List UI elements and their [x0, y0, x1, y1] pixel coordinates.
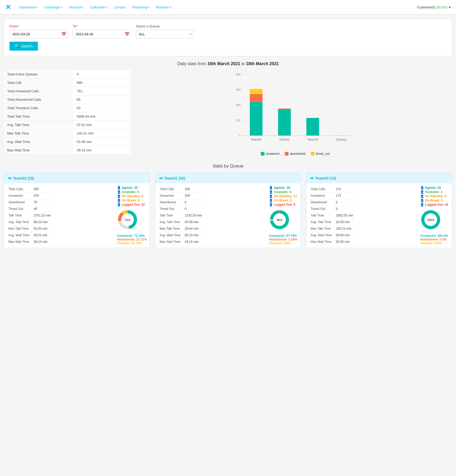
legend-item: answered: [261, 152, 280, 156]
agent-status-line: 👤 Available: 0: [269, 190, 291, 194]
main-content: Daily stats from 16th March 2021 to 18th…: [0, 61, 456, 256]
queue-card: ➡ Team02 (15)Total Calls456Answered329Ab…: [4, 173, 150, 248]
chevron-down-icon: ▾: [170, 6, 171, 9]
queue-card-body: Total Calls173Answered173Abandoned0Timed…: [306, 183, 452, 248]
nav-dashboard[interactable]: Dashboard ▾: [16, 5, 41, 9]
table-row: Abandoned78: [7, 199, 52, 206]
svg-text:150: 150: [236, 119, 241, 122]
table-row: Avg. Talk Time07:52 min: [4, 121, 130, 129]
donut-chart: 72%: [117, 209, 138, 230]
stats-title: Daily stats from 16th March 2021 to 18th…: [4, 61, 452, 66]
nav-inbound[interactable]: Inbound ▾: [66, 5, 86, 9]
queue-card: ➡ Team01 (18)Total Calls265Answered259Ab…: [155, 173, 301, 248]
chevron-down-icon: ▾: [188, 32, 194, 36]
queue-card-header: ➡ Team03 (16): [306, 173, 452, 183]
table-row: Total Timedout Calls50: [4, 104, 130, 112]
table-row: Talk Time2761:10 min: [7, 212, 52, 219]
username-label: Customer01: [417, 5, 436, 9]
search-button[interactable]: 🔍 Search: [9, 42, 38, 51]
table-row: Total Talk Time5995:44 min: [4, 112, 130, 121]
user-chevron-icon: ▾: [449, 5, 451, 9]
pct-labels: Answered: 100.0%Abandoned: 0.0%Timeout: …: [420, 234, 448, 245]
table-row: Max Wait Time39:15 min: [7, 239, 52, 245]
legend-color: [311, 152, 315, 156]
logo-icon[interactable]: ✕: [5, 3, 11, 11]
svg-text:98%: 98%: [277, 218, 282, 222]
table-row: Abandoned0: [309, 199, 355, 206]
abandoned-pct-label: Abandoned: 17.11%: [117, 238, 147, 241]
from-input[interactable]: [10, 30, 59, 38]
table-row: Max Wait Time19:15 min: [158, 239, 204, 245]
table-row: Max Talk Time100:21 min: [4, 129, 130, 138]
pct-labels: Answered: 97.74%Abandoned: 2.26%Timeout:…: [269, 234, 297, 245]
table-row: Answered173: [309, 193, 355, 199]
table-row: Talk Time1332:29 min: [158, 212, 204, 219]
summary-chart-row: Total Active Queues4Total Call896Total A…: [4, 70, 452, 156]
table-row: Total Call896: [4, 79, 130, 87]
queue-card-header: ➡ Team01 (18): [155, 173, 301, 183]
nav-modules[interactable]: Modules ▾: [153, 5, 174, 9]
chevron-down-icon: ▾: [106, 6, 107, 9]
to-input[interactable]: [73, 30, 122, 38]
svg-text:300: 300: [236, 103, 241, 107]
agent-status-line: 👤 On Standby: 11: [269, 194, 297, 198]
queue-stats-table: Total Calls456Answered329Abandoned78Time…: [7, 186, 52, 245]
calendar-icon[interactable]: 📅: [122, 32, 132, 37]
to-label: To*: [73, 24, 131, 28]
bar-chart: 0150300450600Team02Team01Team03Training: [138, 70, 452, 149]
svg-text:450: 450: [236, 88, 241, 91]
svg-text:72%: 72%: [125, 218, 130, 222]
table-row: Max Wait Time00:50 min: [309, 239, 355, 245]
table-row: Talk Time1902:05 min: [309, 212, 355, 219]
queue-select[interactable]: ALL: [136, 30, 188, 38]
table-row: Total Abandoned Calls85: [4, 95, 130, 104]
table-row: Max Talk Time29:44 min: [158, 225, 204, 232]
queue-card-body: Total Calls456Answered329Abandoned78Time…: [4, 183, 150, 248]
abandoned-pct-label: Abandoned: 2.26%: [269, 238, 297, 241]
answered-pct-label: Answered: 100.0%: [420, 234, 448, 238]
queue-arrow-icon: ➡: [8, 176, 11, 181]
legend-item: timed_out: [311, 152, 330, 156]
calendar-icon[interactable]: 📅: [59, 32, 68, 37]
queue-arrow-icon: ➡: [310, 176, 313, 181]
legend-label: timed_out: [316, 152, 330, 156]
to-filter: To* 📅: [73, 24, 131, 39]
nav-reporting[interactable]: Reporting ▾: [130, 5, 152, 9]
timeout-pct-label: Timeout: 10.75%: [117, 241, 147, 245]
donut-chart: 98%: [269, 209, 290, 230]
queue-stats-table: Total Calls265Answered259Abandoned6Timed…: [158, 186, 204, 245]
answered-pct-label: Answered: 72.15%: [117, 234, 147, 238]
agent-status-line: 👤 Available: 1: [420, 190, 442, 194]
to-input-wrap: 📅: [73, 30, 131, 39]
nav-contact[interactable]: Contact: [111, 5, 128, 9]
agent-status-line: 👤 On Break: 0: [269, 199, 292, 202]
agent-status-line: 👤 Logged Out: 34: [420, 203, 448, 206]
table-row: Answered259: [158, 193, 204, 199]
from-input-wrap: 📅: [9, 30, 67, 39]
balance-label: $0.000: [437, 5, 448, 9]
queue-arrow-icon: ➡: [159, 176, 163, 181]
table-row: Timed Out0: [309, 206, 355, 212]
table-row: Total Calls173: [309, 186, 355, 193]
search-icon: 🔍: [15, 44, 19, 48]
table-row: Max Wait Time39:15 min: [4, 146, 130, 155]
nav-callcenter[interactable]: Callcenter ▾: [87, 5, 110, 9]
agent-status-line: 👤 On Break: 0: [420, 199, 443, 202]
svg-rect-12: [250, 89, 262, 94]
svg-text:0: 0: [239, 134, 241, 137]
svg-rect-14: [278, 109, 291, 136]
queue-filter: Select a Queue ALL ▾: [136, 24, 194, 39]
legend-color: [261, 152, 264, 156]
table-row: Total Calls265: [158, 186, 204, 193]
svg-text:100%: 100%: [427, 218, 434, 222]
agent-status-line: 👤 Logged Out: 22: [117, 203, 145, 206]
nav-campaign[interactable]: Campaign ▾: [42, 5, 65, 9]
queue-card-body: Total Calls265Answered259Abandoned6Timed…: [155, 183, 301, 248]
agent-status-line: 👤 Logged Out: 8: [269, 203, 295, 206]
svg-text:Team03: Team03: [307, 138, 318, 141]
table-row: Avg. Wait Time01:48 min: [4, 138, 130, 146]
svg-text:Training: Training: [336, 138, 346, 141]
agent-status-line: 👤 On Break: 0: [117, 199, 140, 202]
table-row: Answered329: [7, 193, 52, 199]
svg-text:Team02: Team02: [251, 138, 261, 141]
